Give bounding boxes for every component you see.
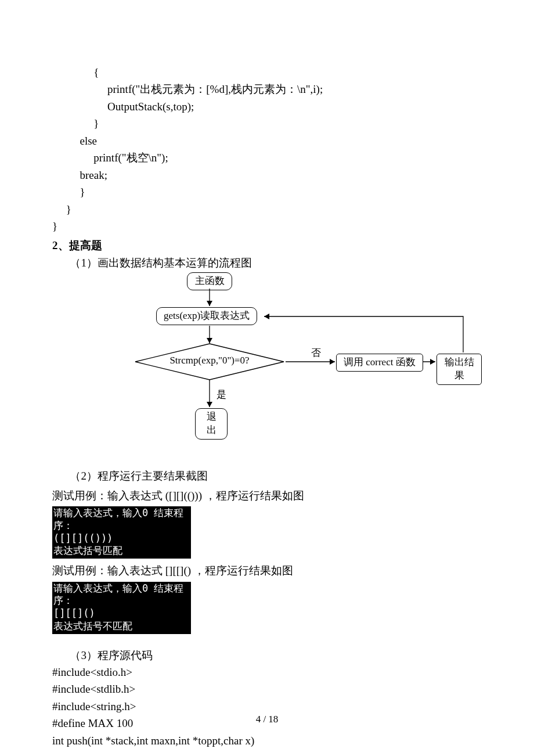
flow-node-decision: Strcmp(exp,"0")=0? [134,343,285,378]
terminal-line: 表达式括号不匹配 [53,620,190,633]
svg-marker-5 [207,402,212,407]
terminal-screenshot-2: 请输入表达式，输入0 结束程序： [][[]() 表达式括号不匹配 [52,582,191,634]
flow-label-yes: 是 [217,387,226,402]
svg-marker-3 [207,338,212,343]
terminal-line: [][[]() [53,607,190,620]
test-case-2: 测试用例：输入表达式 [][[]() ，程序运行结果如图 [52,562,482,579]
flow-decision-label: Strcmp(exp,"0")=0? [134,343,285,378]
flow-node-exit: 退出 [195,408,228,440]
flowchart: 主函数 gets(exp)读取表达式 [52,272,482,447]
terminal-line: 表达式括号匹配 [53,545,190,557]
svg-marker-10 [264,314,269,319]
svg-marker-9 [430,359,435,365]
page-footer: 4 / 18 [0,712,534,727]
svg-marker-1 [207,301,212,306]
flow-label-no: 否 [311,345,321,361]
svg-marker-7 [330,359,335,365]
sub-heading-3: （3）程序源代码 [52,647,482,664]
flow-node-output: 输出结果 [436,354,482,385]
code-block-1: { printf("出栈元素为：[%d],栈内元素为：\n",i); Outpu… [52,64,482,235]
sub-heading-2: （2）程序运行主要结果截图 [52,467,482,484]
terminal-line: 请输入表达式，输入0 结束程序： [53,582,190,608]
terminal-line: ([][](())) [53,532,190,545]
flow-node-gets: gets(exp)读取表达式 [156,307,257,325]
flow-node-call: 调用 correct 函数 [336,354,423,372]
sub-heading-1: （1）画出数据结构基本运算的流程图 [52,254,482,271]
code-block-2: #include<stdio.h> #include<stdlib.h> #in… [52,664,482,749]
terminal-screenshot-1: 请输入表达式，输入0 结束程序： ([][](())) 表达式括号匹配 [52,506,191,559]
test-case-1: 测试用例：输入表达式 ([][](())) ，程序运行结果如图 [52,487,482,504]
terminal-line: 请输入表达式，输入0 结束程序： [53,507,190,532]
heading-2: 2、提高题 [52,237,482,254]
